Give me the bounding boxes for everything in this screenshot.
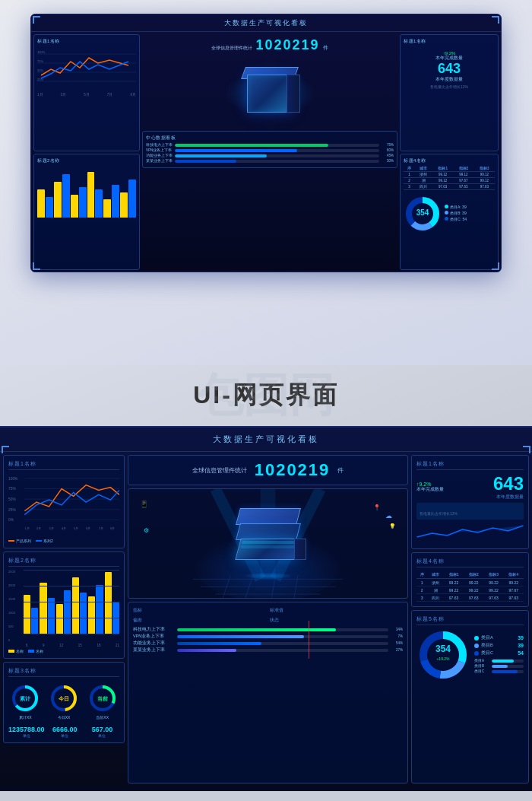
svg-text:+19.2%: +19.2% bbox=[436, 656, 450, 661]
svg-text:当前: 当前 bbox=[97, 695, 108, 701]
bar-chart-full bbox=[24, 570, 119, 642]
full-r1-title: 标题1名称 bbox=[416, 460, 524, 470]
full-dashboard: 大数据生产可视化看板 标题1名称 bbox=[0, 426, 532, 787]
full-dash-title: 大数据生产可视化看板 bbox=[0, 428, 532, 452]
line-chart-small: 100% 75% 50% 25% bbox=[37, 46, 136, 88]
full-prog-2: VPN业务上下率 7% bbox=[133, 634, 403, 639]
spotlight-unit: 件 bbox=[337, 466, 344, 475]
cbottom-title: 中心数据看板 bbox=[146, 135, 394, 141]
float-icon-4: 📍 bbox=[373, 504, 381, 511]
r1-note: 售电量比去年增长12% bbox=[420, 511, 458, 516]
panel2-small: 标题2名称 bbox=[33, 154, 140, 271]
center-panel-small: 全球信息管理件统计 1020219 件 中心数据看板 科技电力上下率 bbox=[142, 34, 397, 270]
center-number-small: 1020219 bbox=[255, 37, 319, 52]
chart-legend: 产品系列 系列2 bbox=[8, 539, 119, 543]
prog-row-4: 某某业务上下率 30% bbox=[146, 159, 394, 163]
right1-note: 售电量比去年增长12% bbox=[404, 84, 495, 89]
svg-text:7月: 7月 bbox=[99, 526, 103, 530]
float-icon-1: 📱 bbox=[140, 501, 148, 508]
full-table: 序 城市 指标1 指标2 指标3 指标4 1 浙州 bbox=[416, 571, 524, 602]
svg-text:75%: 75% bbox=[8, 487, 16, 491]
right1-growth-label: 本年完成数量 bbox=[404, 56, 495, 61]
svg-text:100%: 100% bbox=[8, 477, 18, 481]
corner-bl bbox=[33, 262, 40, 270]
r1-kpi: 643 bbox=[493, 473, 524, 494]
center-subtitle-small: 全球信息管理件统计 bbox=[211, 46, 252, 50]
dash-body-small: 标题1名称 bbox=[31, 32, 501, 272]
top-section: 大数据生产可视化看板 标题1名称 bbox=[0, 0, 532, 365]
svg-text:354: 354 bbox=[416, 208, 429, 217]
full-left: 标题1名称 100% bbox=[3, 455, 125, 784]
corner-tr bbox=[492, 16, 499, 24]
panel1-small: 标题1名称 bbox=[33, 34, 140, 151]
full-panel2: 标题2名称 2500 2000 1500 1000 500 0 bbox=[3, 551, 125, 659]
svg-text:今日: 今日 bbox=[59, 696, 69, 702]
full-center: 全球信息管理件统计 1020219 件 bbox=[128, 455, 408, 784]
full-p3-title: 标题3名称 bbox=[8, 667, 119, 677]
full-corner-tr bbox=[523, 446, 530, 453]
bar-chart-small bbox=[37, 166, 136, 219]
table-row: 1 浙州 99.22 99.22 99.22 99.22 bbox=[416, 579, 524, 586]
center-progress-panel: 指标 标准值 偏差 状态 科技电力上下率 34% VPN业务上下 bbox=[128, 602, 408, 784]
svg-text:3月: 3月 bbox=[49, 526, 54, 530]
full-line-chart: 100% 75% 50% 25% 0% bbox=[8, 473, 119, 534]
corner-tl bbox=[33, 16, 40, 24]
bottom-section: 大数据生产可视化看板 标题1名称 bbox=[0, 426, 532, 791]
full-corner-tl bbox=[2, 446, 9, 453]
spotlight-sub: 全球信息管理件统计 bbox=[192, 466, 247, 475]
donut-small: 354 类目A: 39 类目B: 39 类目C: 5 bbox=[404, 195, 495, 233]
donut-large: 354 +19.2% 类目A 39 类目B bbox=[416, 628, 524, 682]
panel2-title-small: 标题2名称 bbox=[37, 157, 136, 164]
threshold-line bbox=[309, 621, 309, 659]
svg-text:1月: 1月 bbox=[24, 526, 29, 530]
full-body: 标题1名称 100% bbox=[0, 452, 532, 787]
ui-main-label: UI-网页界面 bbox=[193, 379, 339, 412]
full-right5: 标题5名称 bbox=[411, 610, 529, 784]
r1-growth: ↑9.2% bbox=[416, 482, 489, 487]
spotlight-num: 1020219 bbox=[255, 460, 331, 480]
corner-br bbox=[492, 262, 499, 270]
circle-row: 累计 累计XX 今日 今日XX bbox=[8, 680, 119, 723]
full-panel3: 标题3名称 累计 累计XX bbox=[3, 662, 125, 743]
full-right1: 标题1名称 ↑9.2% 本年完成数量 643 本年度数据量 售电量比去年增长12… bbox=[411, 455, 529, 549]
svg-text:累计: 累计 bbox=[20, 695, 31, 701]
dash-title-small: 大数据生产可视化看板 bbox=[31, 14, 501, 32]
svg-text:75%: 75% bbox=[37, 59, 43, 63]
svg-text:0%: 0% bbox=[8, 518, 14, 522]
center-header-small: 全球信息管理件统计 1020219 件 bbox=[211, 34, 328, 56]
float-icon-2: ☁ bbox=[385, 512, 392, 520]
full-right: 标题1名称 ↑9.2% 本年完成数量 643 本年度数据量 售电量比去年增长12… bbox=[411, 455, 529, 784]
right2-table: 序 城市 指标1 指标2 指标3 1浙州99.1299.1299.12 2湖99… bbox=[404, 166, 495, 190]
center-bottom-small: 中心数据看板 科技电力上下率 75% VPN业务上下率 60% 功能业务上下率 bbox=[142, 131, 397, 168]
svg-text:5月: 5月 bbox=[74, 526, 78, 530]
svg-text:354: 354 bbox=[435, 644, 451, 654]
table-row: 1浙州99.1299.1299.12 bbox=[404, 171, 495, 177]
full-prog-4: 某某业务上下率 27% bbox=[133, 647, 403, 653]
prog-row-1: 科技电力上下率 75% bbox=[146, 143, 394, 147]
right1-panel-small: 标题1名称 ↑9.2% 本年完成数量 643 本年度数据量 售电量比去年增长12… bbox=[400, 34, 499, 151]
svg-text:100%: 100% bbox=[37, 50, 46, 54]
r1-kpi-label: 本年度数据量 bbox=[493, 494, 524, 500]
full-prog-3: 功能业务上下率 54% bbox=[133, 640, 403, 646]
bar-legend: 名称 名称 bbox=[8, 649, 119, 653]
svg-text:25%: 25% bbox=[8, 508, 16, 512]
svg-text:4月: 4月 bbox=[62, 526, 66, 530]
svg-text:50%: 50% bbox=[8, 497, 16, 501]
right1-kpi-container: ↑9.2% 本年完成数量 643 本年度数据量 售电量比去年增长12% bbox=[404, 46, 495, 94]
right2-panel-small: 标题4名称 序 城市 指标1 指标2 指标3 1浙州99.1299.1 bbox=[400, 154, 499, 271]
spotlight-panel: 全球信息管理件统计 1020219 件 bbox=[128, 455, 408, 485]
table-row: 2 湖 99.22 99.22 99.22 97.67 bbox=[416, 586, 524, 594]
server-box bbox=[247, 75, 293, 113]
donut-legend-small: 类目A: 39 类目B: 39 类目C: 54 bbox=[445, 205, 495, 223]
full-p1-title: 标题1名称 bbox=[8, 460, 119, 470]
middle-label-section: UI-网页界面 包图网 bbox=[0, 365, 532, 426]
panel1-axis: 1月 3月 5月 7月 9月 bbox=[37, 93, 136, 97]
full-prog-1: 科技电力上下率 34% bbox=[133, 627, 403, 632]
table-row: 3四川97.6397.6397.63 bbox=[404, 183, 495, 189]
full-panel1: 标题1名称 100% bbox=[3, 455, 125, 548]
right1-kpi-label: 本年度数据量 bbox=[404, 77, 495, 82]
svg-text:2月: 2月 bbox=[36, 526, 41, 530]
center-unit-small: 件 bbox=[323, 45, 328, 50]
donut-svg-small: 354 bbox=[404, 195, 442, 233]
full-r5-title: 标题5名称 bbox=[416, 615, 524, 625]
